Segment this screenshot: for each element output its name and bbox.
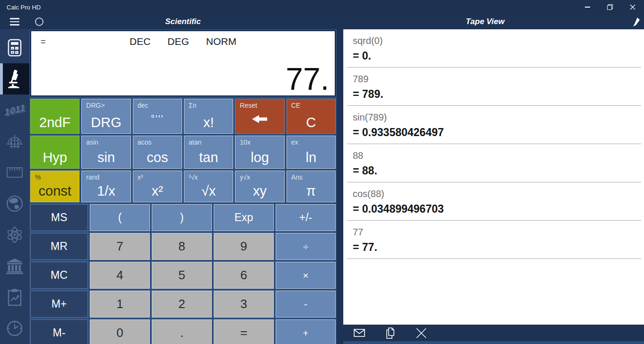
tape-expression: 789 [353, 74, 641, 85]
tape-result: = 789. [353, 88, 641, 101]
key-2[interactable]: 2 [152, 291, 212, 318]
display-value: 77. [286, 63, 329, 95]
tape-result: = 0.933580426497 [353, 126, 641, 139]
key-const[interactable]: % const [30, 171, 79, 202]
key-decimal[interactable]: . [152, 319, 212, 344]
key-mc[interactable]: MC [30, 262, 88, 289]
sidebar-item-constants[interactable] [0, 219, 29, 250]
key-7[interactable]: 7 [90, 233, 150, 260]
key-factorial[interactable]: Σn x! [184, 99, 233, 134]
calculator-icon: + - x = [7, 39, 22, 57]
key-sqrt[interactable]: ³√x √x [184, 171, 233, 202]
key-pi[interactable]: Ans π [287, 171, 336, 202]
sidebar-item-currency[interactable] [0, 188, 29, 219]
key-power[interactable]: y√x xy [235, 171, 284, 202]
email-tape-button[interactable] [354, 329, 365, 337]
key-mminus[interactable]: M- [30, 319, 88, 344]
hamburger-menu-icon[interactable] [0, 18, 29, 26]
key-equals[interactable]: = [214, 319, 274, 344]
microscope-icon [6, 69, 23, 88]
key-close-paren[interactable]: ) [152, 204, 212, 231]
tape-expression: sqrd(0) [353, 35, 641, 46]
key-mr[interactable]: MR [30, 233, 88, 260]
tape-entry[interactable]: 77 = 77. [347, 221, 641, 259]
tape-expression: 88 [353, 150, 641, 161]
key-6[interactable]: 6 [214, 262, 274, 289]
key-exp[interactable]: Exp [214, 204, 274, 231]
key-open-paren[interactable]: ( [90, 204, 150, 231]
content-area: + - x = [0, 29, 644, 344]
key-4[interactable]: 4 [90, 262, 150, 289]
sidebar-item-converter[interactable] [0, 157, 29, 188]
key-0[interactable]: 0 [90, 319, 150, 344]
key-ln[interactable]: ex ln [287, 136, 336, 169]
bank-icon [5, 258, 24, 274]
key-divide[interactable]: ÷ [276, 233, 336, 260]
tape-expression: cos(88) [353, 189, 641, 199]
key-2ndf[interactable]: 2ndF [30, 99, 79, 134]
protractor-icon [6, 133, 24, 150]
tape-entry[interactable]: sin(789) = 0.933580426497 [347, 106, 641, 144]
tape-entry[interactable]: sqrd(0) = 0. [347, 29, 641, 68]
key-dms[interactable]: dec °''' [133, 99, 182, 134]
key-multiply[interactable]: × [276, 262, 336, 289]
restore-button[interactable] [599, 0, 621, 14]
key-8[interactable]: 8 [152, 233, 212, 260]
tape-result: = 0.034899496703 [353, 203, 641, 215]
key-tan[interactable]: atan tan [184, 136, 233, 169]
calculator-pane: = DEC DEG NORM 77. 2ndF DRG> DRG dec [29, 29, 337, 344]
sidebar-item-scientific[interactable] [0, 63, 29, 95]
key-reciprocal[interactable]: rand 1/x [81, 171, 131, 202]
pane-title-tape-view: Tape View [343, 14, 627, 29]
clear-tape-button[interactable] [416, 328, 426, 338]
key-negate[interactable]: +/- [276, 204, 336, 231]
key-square[interactable]: x³ x² [133, 171, 182, 202]
tape-entry[interactable]: cos(88) = 0.034899496703 [347, 182, 641, 221]
key-cos[interactable]: acos cos [133, 136, 182, 169]
key-hyp[interactable]: Hyp [30, 136, 79, 169]
key-sin[interactable]: asin sin [81, 136, 131, 169]
app-title: Calc Pro HD [7, 4, 41, 11]
atom-icon [5, 226, 24, 243]
sidebar-item-statistics[interactable] [0, 282, 29, 313]
tape-result: = 77. [353, 241, 641, 254]
close-button[interactable] [621, 0, 644, 14]
envelope-icon [354, 329, 365, 337]
titlebar: Calc Pro HD [0, 0, 644, 14]
tape-entry[interactable]: 88 = 88. [347, 144, 641, 182]
tape-view-panel: sqrd(0) = 0. 789 = 789. sin(789) = 0.933… [343, 29, 644, 344]
key-5[interactable]: 5 [152, 262, 212, 289]
key-log[interactable]: 10x log [235, 136, 284, 169]
sidebar-item-programmer[interactable]: 1011 [0, 95, 29, 126]
function-keypad: 2ndF DRG> DRG dec °''' Σn x! Reset [30, 99, 336, 202]
backspace-arrow-icon [251, 114, 268, 124]
key-3[interactable]: 3 [214, 291, 274, 318]
edit-tape-button[interactable] [633, 17, 640, 28]
key-add[interactable]: + [276, 319, 336, 344]
key-backspace[interactable]: Reset [235, 99, 284, 134]
clipboard-chart-icon [7, 288, 22, 306]
key-1[interactable]: 1 [90, 291, 150, 318]
key-subtract[interactable]: - [276, 291, 336, 318]
tape-result: = 88. [353, 164, 641, 177]
key-mplus[interactable]: M+ [30, 291, 88, 318]
pane-title-scientific: Scientific [29, 14, 337, 29]
menu-bar: Scientific Tape View [0, 14, 644, 29]
key-drg[interactable]: DRG> DRG [81, 99, 131, 134]
sidebar-item-graphing[interactable] [0, 126, 29, 157]
sidebar-item-financial[interactable] [0, 250, 29, 282]
sidebar-item-standard-calculator[interactable]: + - x = [0, 32, 29, 63]
minimize-button[interactable] [576, 0, 599, 14]
key-clear[interactable]: CE C [287, 99, 336, 134]
tape-entry[interactable]: 789 = 789. [347, 68, 641, 106]
key-ms[interactable]: MS [30, 204, 88, 231]
ruler-icon [6, 167, 23, 178]
tape-expression: 77 [353, 227, 641, 238]
copy-tape-button[interactable] [386, 327, 395, 339]
key-9[interactable]: 9 [214, 233, 274, 260]
svg-text:=: = [16, 51, 18, 54]
clock-icon [6, 319, 24, 337]
sidebar-item-datetime[interactable] [0, 313, 29, 344]
clear-x-icon [416, 328, 426, 338]
calculator-display: = DEC DEG NORM 77. [30, 30, 336, 96]
